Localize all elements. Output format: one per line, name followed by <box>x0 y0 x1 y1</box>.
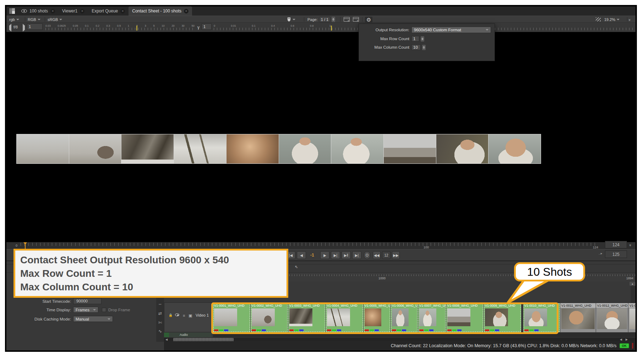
tab-contact-sheet[interactable]: Contact Sheet - 100 shots × <box>129 6 192 16</box>
timeline-clip[interactable]: V1-0002_WHG_UHD <box>251 303 288 332</box>
loop-mode-button[interactable]: O <box>364 251 370 259</box>
mask-icon[interactable]: ▣ <box>189 313 192 318</box>
red-tag-icon <box>419 329 424 331</box>
timeline-clip[interactable]: V1-0006_WHG_UHD <box>391 303 418 332</box>
end-frame-field[interactable]: 125 <box>605 251 627 258</box>
gain-decrement[interactable] <box>9 26 11 30</box>
timeline-clip[interactable]: V1-0005_WHG_UHD <box>364 303 391 332</box>
multi-tool-icon[interactable]: ⇖ <box>295 265 298 269</box>
collapse-tracks-button[interactable]: ▲ <box>629 282 635 286</box>
viewer-canvas[interactable] <box>6 32 635 242</box>
layers-icon[interactable]: ≡ <box>183 313 185 318</box>
contact-sheet-shot[interactable] <box>331 134 383 163</box>
pane-layout-icon[interactable] <box>9 8 15 14</box>
play-button[interactable]: ▶ <box>320 251 329 259</box>
timeline-clip[interactable]: V1-0009_WHG_UHD <box>484 303 521 332</box>
viewer-playhead[interactable] <box>25 242 26 249</box>
gain-slider[interactable]: 0.030.06250.050.10.20.30.5123510203050 <box>45 24 195 31</box>
time-display-select[interactable]: Frames <box>73 307 98 313</box>
gain-input[interactable]: 1 <box>27 23 43 30</box>
tick-label: 50 <box>191 24 194 27</box>
close-icon[interactable]: × <box>80 9 84 14</box>
gamma-input[interactable]: 1 <box>202 23 212 30</box>
tab-label: Viewer1 <box>62 9 77 14</box>
play-backward-button[interactable]: ◀ <box>297 251 306 259</box>
page-field[interactable]: 1 / 1 <box>319 17 330 22</box>
contact-sheet-shot[interactable] <box>227 134 279 163</box>
contact-sheet-shot[interactable] <box>121 134 174 163</box>
audio-track-lane[interactable] <box>213 333 635 337</box>
timeline-clip[interactable]: V1-0003_WHG_UHD <box>288 303 326 332</box>
colorspace-select[interactable]: sRGB <box>48 17 62 22</box>
lock-icon[interactable]: 🔒 <box>169 313 173 317</box>
timeline-clip[interactable]: V1-0013_WHG_UHD <box>628 303 635 332</box>
contact-sheet-shot[interactable] <box>384 134 436 163</box>
viewer-frame-ruler[interactable]: 0 100 124 <box>6 242 635 249</box>
close-icon[interactable]: × <box>120 9 125 14</box>
zoom-select[interactable]: 19.2% <box>604 17 620 22</box>
timeline-clip[interactable]: V1-0001_WHG_UHD <box>213 303 250 332</box>
contact-sheet-shot[interactable] <box>69 134 121 163</box>
sheet-rows-icon <box>344 17 350 22</box>
next-edit-button[interactable]: ▶‖ <box>342 251 351 259</box>
razor-tool-icon[interactable]: ✄ <box>157 320 163 325</box>
skip-forward-button[interactable]: ▶▶ <box>392 251 400 259</box>
contact-sheet-shot[interactable] <box>489 134 541 163</box>
timeline-clip[interactable]: V1-0008_WHG_UHD <box>446 303 484 332</box>
contact-sheet-grid-mode-button[interactable] <box>353 17 359 22</box>
retime-tool-icon[interactable]: ∿ <box>157 329 163 334</box>
timeline-clip[interactable]: V1-0011_WHG_UHD <box>560 303 596 332</box>
clip-tag-chips <box>365 329 379 331</box>
timeline-clip[interactable]: V1-0004_WHG_UHD <box>326 303 363 332</box>
clip-thumbnail <box>365 308 381 326</box>
gamma-marker[interactable] <box>331 26 332 31</box>
settings-button[interactable]: ⚙ <box>365 17 372 23</box>
clip-tag-chips <box>289 329 304 331</box>
close-icon[interactable]: × <box>184 9 189 14</box>
step-forward-button[interactable]: ▶| <box>331 251 340 259</box>
contact-sheet-shot[interactable] <box>17 134 69 163</box>
collapse-toolbar-button[interactable]: » <box>629 17 631 22</box>
trim-tool-icon[interactable]: ↔ <box>157 301 163 306</box>
skip-back-button[interactable]: ◀◀ <box>373 251 381 259</box>
double-chevron-icon[interactable]: » <box>628 244 633 246</box>
gain-increment[interactable] <box>23 26 25 30</box>
output-resolution-select[interactable]: 9600x540 Custom Format <box>411 27 491 33</box>
proxy-toggle[interactable] <box>596 17 601 22</box>
disk-caching-select[interactable]: Manual <box>73 316 113 322</box>
channel-select[interactable]: rgb <box>9 17 19 22</box>
max-row-count-field[interactable]: 1 <box>411 36 419 42</box>
contact-sheet-shot[interactable] <box>174 134 226 163</box>
layer-select[interactable]: RGB <box>28 17 40 22</box>
audio-track-header[interactable]: Audio <box>164 333 212 337</box>
timeline-clip[interactable]: V1-0012_WHG_UHD <box>596 303 628 332</box>
tag-menu[interactable] <box>287 17 295 22</box>
tab-export-queue[interactable]: Export Queue × <box>88 6 129 16</box>
gain-marker[interactable] <box>136 26 137 31</box>
skip-frames-field[interactable]: 12 <box>382 251 391 259</box>
video-track-header[interactable]: 🔒 ≡ ▣ Video 1 <box>164 302 212 332</box>
page-stepper[interactable] <box>332 17 335 22</box>
clip-thumbnail <box>289 308 312 326</box>
timeline-clip[interactable]: V1-0007_WHG_UHD <box>418 303 446 332</box>
timeline-clip[interactable]: V1-0010_WHG_UHD <box>523 303 560 332</box>
current-frame-field[interactable]: 124 <box>605 241 627 248</box>
slip-tool-icon[interactable]: ⇄ <box>157 311 163 316</box>
clip-name: V1-0008_WHG_UHD <box>446 303 484 308</box>
ok-badge[interactable]: OK <box>620 343 629 348</box>
tab-100-shots[interactable]: 100 shots × <box>18 6 59 16</box>
max-column-count-field[interactable]: 10 <box>411 44 421 50</box>
drop-frame-checkbox[interactable] <box>102 308 106 312</box>
start-timecode-field[interactable]: 90000 <box>73 298 102 304</box>
go-to-end-button[interactable]: ▶| <box>352 251 361 259</box>
clip-tag-chips <box>485 329 499 331</box>
tab-viewer1[interactable]: Viewer1 × <box>59 6 88 16</box>
red-tag-icon <box>214 329 218 331</box>
contact-sheet-shot[interactable] <box>279 134 331 163</box>
close-icon[interactable]: × <box>50 9 55 14</box>
max-column-stepper[interactable] <box>422 45 426 50</box>
track-eye-icon[interactable] <box>175 313 179 317</box>
max-row-stepper[interactable] <box>421 36 424 42</box>
contact-sheet-row-mode-button[interactable] <box>344 17 350 22</box>
contact-sheet-shot[interactable] <box>436 134 489 163</box>
